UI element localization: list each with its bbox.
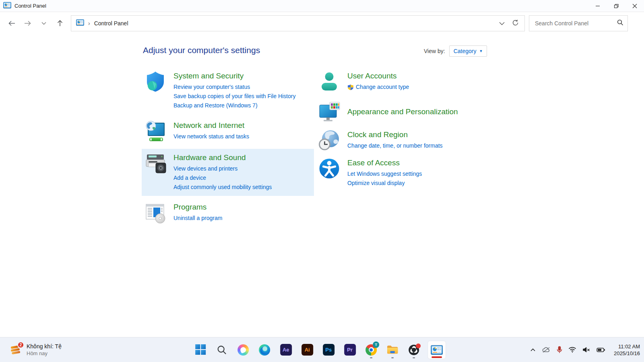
control-panel-window: Control Panel › Control Panel bbox=[0, 0, 644, 362]
category-appearance-personalization: Appearance and Personalization bbox=[316, 99, 493, 126]
tray-chevron-up-icon[interactable] bbox=[530, 348, 536, 352]
category-title-network-and-internet[interactable]: Network and Internet bbox=[173, 120, 249, 131]
minimize-button[interactable] bbox=[588, 0, 607, 12]
copilot-button[interactable] bbox=[235, 341, 251, 359]
tray-date: 2025/10/16 bbox=[614, 350, 640, 357]
network-monitor-icon[interactable] bbox=[144, 120, 167, 142]
link-uninstall-a-program[interactable]: Uninstall a program bbox=[173, 214, 222, 223]
recent-locations-chevron-icon[interactable] bbox=[39, 18, 49, 29]
battery-icon[interactable] bbox=[597, 348, 605, 352]
link-add-a-device[interactable]: Add a device bbox=[173, 173, 272, 183]
forward-icon[interactable] bbox=[23, 18, 33, 29]
tray-time: 11:02 AM bbox=[614, 343, 640, 350]
globe-clock-icon[interactable] bbox=[318, 129, 341, 152]
link-adjust-mobility-settings[interactable]: Adjust commonly used mobility settings bbox=[173, 183, 272, 192]
view-by-dropdown[interactable]: Category ▼ bbox=[449, 45, 487, 57]
link-view-devices-printers[interactable]: View devices and printers bbox=[173, 164, 272, 173]
obs-button[interactable] bbox=[406, 341, 422, 359]
link-backup-restore-windows7[interactable]: Backup and Restore (Windows 7) bbox=[173, 101, 295, 110]
running-indicator bbox=[413, 357, 415, 358]
photoshop-button[interactable]: Ps bbox=[320, 341, 336, 359]
volume-muted-icon[interactable] bbox=[582, 347, 590, 353]
category-title-ease-of-access[interactable]: Ease of Access bbox=[347, 158, 422, 168]
news-widget-icon: 2 bbox=[9, 343, 23, 357]
running-indicator bbox=[370, 357, 372, 358]
edge-icon bbox=[259, 344, 270, 356]
close-button[interactable] bbox=[625, 0, 644, 12]
photoshop-icon: Ps bbox=[323, 344, 334, 356]
category-programs: Programs Uninstall a program bbox=[142, 198, 314, 228]
windows-start-icon bbox=[195, 344, 206, 355]
category-system-and-security: System and Security Review your computer… bbox=[142, 67, 314, 114]
premiere-button[interactable]: Pr bbox=[342, 341, 358, 359]
link-change-account-type[interactable]: Change account type bbox=[356, 82, 409, 92]
widget-badge: 2 bbox=[17, 341, 24, 348]
address-bar[interactable]: › Control Panel bbox=[71, 15, 525, 31]
titlebar: Control Panel bbox=[0, 0, 644, 12]
security-shield-icon[interactable] bbox=[144, 70, 167, 93]
chrome-profile-badge: T bbox=[373, 341, 379, 348]
back-icon[interactable] bbox=[6, 18, 17, 29]
copilot-icon bbox=[237, 344, 249, 356]
link-windows-suggest-settings[interactable]: Let Windows suggest settings bbox=[347, 169, 422, 179]
after-effects-button[interactable]: Ae bbox=[278, 341, 294, 359]
printer-speaker-icon[interactable] bbox=[144, 152, 167, 175]
onedrive-offline-icon[interactable] bbox=[542, 347, 551, 353]
category-title-clock-and-region[interactable]: Clock and Region bbox=[347, 130, 443, 140]
link-view-network-status[interactable]: View network status and tasks bbox=[173, 132, 249, 141]
illustrator-icon: Ai bbox=[301, 344, 313, 356]
category-hardware-and-sound[interactable]: Hardware and Sound View devices and prin… bbox=[142, 149, 314, 196]
control-panel-taskbar-button[interactable] bbox=[427, 341, 446, 359]
window-title: Control Panel bbox=[14, 3, 46, 9]
page-title: Adjust your computer's settings bbox=[143, 45, 260, 55]
weather-widget[interactable]: 2 Không khí: Tệ Hôm nay bbox=[6, 337, 65, 362]
edge-button[interactable] bbox=[256, 341, 272, 359]
refresh-icon[interactable] bbox=[512, 19, 519, 28]
restore-button[interactable] bbox=[607, 0, 625, 12]
category-network-and-internet: Network and Internet View network status… bbox=[142, 117, 314, 146]
link-review-computer-status[interactable]: Review your computer's status bbox=[173, 82, 295, 92]
widget-air-quality-text: Không khí: Tệ bbox=[27, 343, 62, 350]
category-title-hardware-and-sound[interactable]: Hardware and Sound bbox=[173, 152, 272, 163]
obs-recording-dot bbox=[416, 343, 421, 348]
wifi-icon[interactable] bbox=[568, 347, 576, 353]
search-glass-icon bbox=[217, 345, 227, 355]
category-title-system-and-security[interactable]: System and Security bbox=[173, 71, 295, 81]
taskbar-search-button[interactable] bbox=[214, 341, 230, 359]
breadcrumb-chevron-icon: › bbox=[88, 20, 90, 27]
program-disc-icon[interactable] bbox=[144, 202, 167, 224]
up-icon[interactable] bbox=[55, 18, 65, 29]
active-app-indicator bbox=[431, 356, 442, 358]
category-title-appearance-personalization[interactable]: Appearance and Personalization bbox=[347, 107, 458, 117]
left-column: System and Security Review your computer… bbox=[142, 67, 314, 230]
search-input[interactable] bbox=[534, 20, 617, 27]
obs-icon bbox=[408, 344, 419, 356]
after-effects-icon: Ae bbox=[280, 344, 292, 356]
microphone-icon[interactable] bbox=[557, 346, 562, 354]
search-box[interactable] bbox=[529, 15, 628, 31]
search-icon[interactable] bbox=[617, 19, 623, 27]
breadcrumb-control-panel-icon bbox=[76, 19, 84, 27]
chrome-button[interactable]: T bbox=[363, 341, 379, 359]
accessibility-circle-icon[interactable] bbox=[318, 157, 341, 180]
link-file-history-backup[interactable]: Save backup copies of your files with Fi… bbox=[173, 92, 295, 101]
category-title-user-accounts[interactable]: User Accounts bbox=[347, 71, 409, 81]
category-title-programs[interactable]: Programs bbox=[173, 202, 222, 212]
view-by-label: View by: bbox=[424, 48, 445, 54]
user-silhouette-icon[interactable] bbox=[318, 70, 341, 93]
tray-clock[interactable]: 11:02 AM 2025/10/16 bbox=[614, 343, 640, 357]
view-by-value: Category bbox=[454, 48, 477, 54]
caret-down-icon: ▼ bbox=[479, 49, 483, 53]
address-dropdown-chevron-icon[interactable] bbox=[499, 20, 505, 27]
breadcrumb[interactable]: Control Panel bbox=[94, 20, 128, 27]
link-optimize-visual-display[interactable]: Optimize visual display bbox=[347, 179, 422, 188]
premiere-icon: Pr bbox=[344, 344, 356, 356]
taskbar: 2 Không khí: Tệ Hôm nay Ae Ai Ps Pr T bbox=[0, 337, 644, 362]
start-button[interactable] bbox=[192, 341, 208, 359]
illustrator-button[interactable]: Ai bbox=[299, 341, 315, 359]
link-change-date-time-formats[interactable]: Change date, time, or number formats bbox=[347, 141, 443, 150]
uac-shield-icon bbox=[347, 84, 354, 90]
file-explorer-button[interactable] bbox=[384, 341, 400, 359]
monitor-palette-icon[interactable] bbox=[318, 101, 341, 123]
category-ease-of-access: Ease of Access Let Windows suggest setti… bbox=[316, 155, 493, 190]
